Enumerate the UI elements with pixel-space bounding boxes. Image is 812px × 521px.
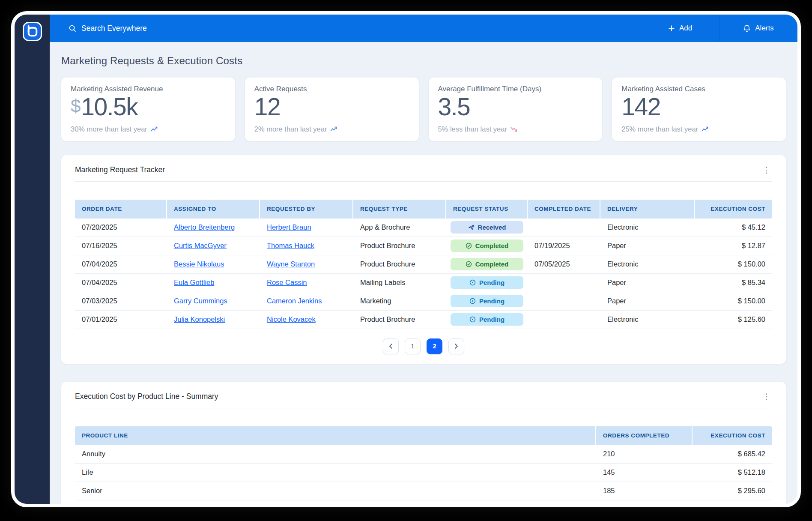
delivery-cell: Paper bbox=[600, 274, 695, 292]
chevron-right-icon bbox=[454, 343, 458, 349]
previous-page-button[interactable] bbox=[383, 338, 399, 354]
search-label: Search Everywhere bbox=[81, 24, 147, 33]
tracker-table-header: ORDER DATE ASSIGNED TO REQUESTED BY REQU… bbox=[75, 200, 772, 219]
requested-by-link[interactable]: Thomas Hauck bbox=[267, 242, 314, 250]
order-date-cell: 07/20/2025 bbox=[75, 219, 167, 237]
chevron-left-icon bbox=[389, 343, 393, 349]
order-date-cell: 07/03/2025 bbox=[75, 292, 167, 310]
kpi-card-marketing-assisted-cases: Marketing Assisted Cases 142 25% more th… bbox=[612, 78, 786, 141]
requested-by-link[interactable]: Cameron Jenkins bbox=[267, 297, 322, 305]
kebab-menu-icon[interactable]: ⋮ bbox=[761, 392, 772, 401]
completed-date-cell bbox=[528, 219, 600, 237]
pending-circle-icon bbox=[469, 316, 476, 323]
trend-down-icon bbox=[510, 126, 518, 132]
table-row: 07/04/2025 Eula Gottlieb Rose Cassin Mai… bbox=[75, 274, 772, 292]
alerts-button-label: Alerts bbox=[755, 24, 773, 33]
table-row: 07/04/2025 Bessie Nikolaus Wayne Stanton… bbox=[75, 255, 772, 274]
page-2-button[interactable]: 2 bbox=[427, 338, 442, 354]
column-header: REQUEST TYPE bbox=[353, 200, 446, 219]
execution-cost-cell: $ 125.60 bbox=[695, 311, 772, 329]
plus-icon bbox=[668, 25, 675, 32]
status-badge: Received bbox=[451, 221, 523, 234]
delivery-cell: Paper bbox=[600, 237, 695, 255]
kpi-value: 12 bbox=[254, 94, 409, 120]
page-1-button[interactable]: 1 bbox=[405, 338, 421, 354]
table-row: 07/16/2025 Curtis MacGyver Thomas Hauck … bbox=[75, 237, 772, 255]
column-header: ASSIGNED TO bbox=[167, 200, 260, 219]
orders-completed-cell: 210 bbox=[596, 445, 693, 463]
next-page-button[interactable] bbox=[448, 338, 464, 354]
check-circle-icon bbox=[466, 243, 472, 249]
column-header: EXECUTION COST bbox=[693, 426, 772, 445]
trend-up-icon bbox=[702, 126, 709, 132]
request-type-cell: App & Brochure bbox=[353, 219, 446, 237]
request-type-cell: Product Brochure bbox=[353, 237, 446, 255]
execution-cost-cell: $ 150.00 bbox=[695, 292, 772, 310]
order-date-cell: 07/16/2025 bbox=[75, 237, 167, 255]
kpi-label: Average Fulfillment Time (Days) bbox=[438, 85, 593, 93]
column-header: DELIVERY bbox=[600, 200, 695, 219]
kpi-card-average-fulfillment-time: Average Fulfillment Time (Days) 3.5 5% l… bbox=[429, 78, 603, 141]
column-header: EXECUTION COST bbox=[695, 200, 772, 219]
status-badge: Completed bbox=[451, 258, 523, 270]
kpi-label: Marketing Assisted Revenue bbox=[71, 85, 226, 93]
kpi-value: $10.5k bbox=[71, 94, 226, 120]
table-row: Disability bbox=[75, 500, 772, 504]
execution-cost-cell: $ 150.00 bbox=[695, 255, 772, 273]
execution-cost-cell: $ 12.87 bbox=[695, 237, 772, 255]
assigned-to-link[interactable]: Alberto Breitenberg bbox=[174, 223, 235, 231]
completed-date-cell: 07/05/2025 bbox=[528, 255, 600, 273]
kpi-delta: 2% more than last year bbox=[254, 125, 409, 133]
product-line-cell: Annuity bbox=[75, 445, 596, 463]
assigned-to-link[interactable]: Eula Gottlieb bbox=[174, 278, 214, 287]
kpi-delta: 30% more than last year bbox=[71, 125, 226, 133]
requested-by-link[interactable]: Wayne Stanton bbox=[267, 260, 315, 268]
check-circle-icon bbox=[466, 261, 472, 267]
table-row: 07/01/2025 Julia Konopelski Nicole Kovac… bbox=[75, 311, 772, 329]
assigned-to-link[interactable]: Julia Konopelski bbox=[174, 315, 225, 323]
kpi-label: Marketing Assisted Cases bbox=[621, 85, 776, 93]
trend-up-icon bbox=[151, 126, 158, 132]
search-input[interactable]: Search Everywhere bbox=[50, 15, 641, 42]
status-badge: Pending bbox=[451, 313, 523, 326]
column-header: ORDERS COMPLETED bbox=[596, 426, 693, 445]
panel-header: Marketing Request Tracker ⋮ bbox=[75, 165, 772, 175]
completed-date-cell bbox=[528, 274, 600, 292]
product-line-cell: Disability bbox=[75, 500, 596, 504]
add-button-label: Add bbox=[679, 24, 692, 33]
requested-by-link[interactable]: Herbert Braun bbox=[267, 223, 311, 231]
completed-date-cell bbox=[528, 292, 600, 310]
panel-title: Execution Cost by Product Line - Summary bbox=[75, 392, 218, 401]
marketing-request-tracker-panel: Marketing Request Tracker ⋮ ORDER DATE A… bbox=[61, 155, 786, 364]
app-logo-icon[interactable] bbox=[22, 21, 42, 42]
divider bbox=[75, 181, 772, 182]
execution-cost-cell bbox=[693, 500, 772, 504]
column-header: PRODUCT LINE bbox=[75, 426, 596, 445]
delivery-cell: Paper bbox=[600, 292, 695, 310]
kebab-menu-icon[interactable]: ⋮ bbox=[761, 166, 772, 174]
column-header: COMPLETED DATE bbox=[528, 200, 600, 219]
orders-completed-cell: 185 bbox=[596, 482, 693, 500]
pending-circle-icon bbox=[469, 298, 476, 304]
alerts-button[interactable]: Alerts bbox=[719, 15, 797, 42]
add-button[interactable]: Add bbox=[641, 15, 719, 42]
execution-cost-cell: $ 295.60 bbox=[693, 482, 772, 500]
request-type-cell: Product Brochure bbox=[353, 255, 446, 273]
table-row: Senior 185 $ 295.60 bbox=[75, 482, 772, 500]
requested-by-link[interactable]: Rose Cassin bbox=[267, 278, 307, 287]
topbar: Search Everywhere Add Alerts bbox=[50, 15, 797, 42]
kpi-currency-prefix: $ bbox=[71, 96, 81, 116]
assigned-to-link[interactable]: Bessie Nikolaus bbox=[174, 260, 224, 268]
kpi-card-marketing-assisted-revenue: Marketing Assisted Revenue $10.5k 30% mo… bbox=[61, 78, 235, 141]
content: Marketing Requests & Execution Costs Mar… bbox=[50, 42, 797, 504]
product-line-cell: Senior bbox=[75, 482, 596, 500]
table-row: Life 145 $ 512.18 bbox=[75, 464, 772, 482]
panel-title: Marketing Request Tracker bbox=[75, 165, 165, 174]
requested-by-link[interactable]: Nicole Kovacek bbox=[267, 315, 316, 323]
status-badge: Completed bbox=[451, 240, 523, 252]
table-row: 07/03/2025 Garry Cummings Cameron Jenkin… bbox=[75, 292, 772, 311]
assigned-to-link[interactable]: Curtis MacGyver bbox=[174, 242, 227, 250]
bell-icon bbox=[743, 24, 751, 33]
assigned-to-link[interactable]: Garry Cummings bbox=[174, 297, 227, 305]
execution-cost-cell: $ 45.12 bbox=[695, 219, 772, 237]
